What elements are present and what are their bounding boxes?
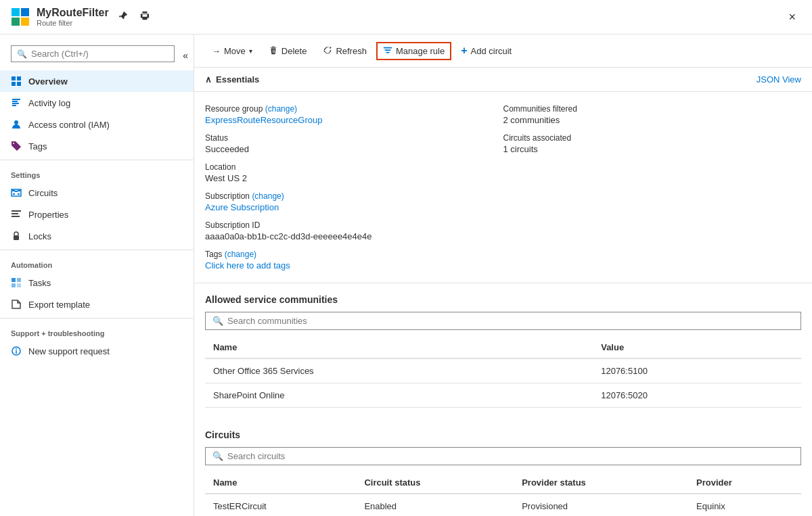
svg-rect-3: [21, 18, 29, 26]
search-circuits-box[interactable]: 🔍: [205, 447, 801, 465]
search-icon: 🔍: [17, 49, 27, 59]
location-value: West US 2: [205, 173, 490, 183]
export-template-icon: [11, 299, 22, 310]
sidebar-item-locks[interactable]: Locks: [0, 225, 194, 247]
essentials-subscription-id: Subscription ID aaaa0a0a-bb1b-cc2c-dd3d-…: [205, 216, 490, 245]
subscription-value[interactable]: Azure Subscription: [205, 202, 279, 212]
refresh-button[interactable]: Refresh: [316, 42, 374, 60]
svg-rect-18: [17, 278, 21, 282]
svg-rect-4: [12, 76, 16, 80]
sidebar-search-box[interactable]: 🔍: [11, 45, 175, 62]
resource-group-change-link[interactable]: (change): [265, 104, 297, 114]
essentials-right-col: Communities filtered 2 communities Circu…: [503, 100, 802, 275]
essentials-header: ∧ Essentials JSON View: [194, 68, 812, 92]
automation-section-label: Automation: [0, 253, 194, 272]
svg-rect-2: [12, 18, 20, 26]
content-area: → Move ▾ Delete Refresh Mana: [194, 34, 812, 516]
essentials-location: Location West US 2: [205, 158, 490, 187]
search-communities-input[interactable]: [227, 316, 794, 326]
svg-rect-13: [12, 210, 21, 212]
circuits-col-provider: Provider: [688, 472, 801, 494]
title-text: MyRouteFilter Route filter: [37, 7, 109, 27]
sidebar-item-circuits[interactable]: Circuits: [0, 182, 194, 204]
communities-filtered-value: 2 communities: [503, 115, 802, 125]
subscription-change-link[interactable]: (change): [252, 191, 284, 201]
sidebar-item-access-control[interactable]: Access control (IAM): [0, 114, 194, 135]
sidebar-item-label: Activity log: [28, 98, 70, 108]
close-button[interactable]: ×: [783, 7, 801, 27]
collapse-sidebar-button[interactable]: «: [183, 50, 188, 61]
delete-button[interactable]: Delete: [262, 42, 314, 60]
sidebar-item-tags[interactable]: Tags: [0, 135, 194, 157]
svg-rect-10: [12, 103, 19, 104]
communities-table: Name Value Other Office 365 Services 120…: [205, 337, 801, 408]
manage-rule-icon: [383, 45, 392, 57]
communities-section: Allowed service communities 🔍 Name Value…: [194, 283, 812, 419]
sidebar-item-new-support-request[interactable]: New support request: [0, 340, 194, 362]
sidebar-item-activity-log[interactable]: Activity log: [0, 92, 194, 114]
community-name-2: SharePoint Online: [205, 383, 593, 408]
circuits-col-provider-status: Provider status: [514, 472, 688, 494]
sidebar-divider-settings: [0, 160, 194, 160]
sidebar-item-label: Circuits: [28, 188, 58, 198]
essentials-tags: Tags (change) Click here to add tags: [205, 245, 490, 275]
subscription-id-value: aaaa0a0a-bb1b-cc2c-dd3d-eeeeee4e4e4e: [205, 231, 490, 241]
app-icon: [11, 7, 30, 26]
community-name-1: Other Office 365 Services: [205, 358, 593, 383]
svg-point-12: [14, 120, 18, 124]
add-circuit-button[interactable]: + Add circuit: [454, 41, 518, 60]
circuits-associated-value: 1 circuits: [503, 144, 802, 154]
resource-name: MyRouteFilter: [37, 7, 109, 19]
tags-value[interactable]: Click here to add tags: [205, 260, 290, 271]
sidebar-item-label: Overview: [28, 76, 68, 87]
sidebar-divider-support: [0, 318, 194, 319]
sidebar-item-properties[interactable]: Properties: [0, 204, 194, 225]
sidebar-item-export-template[interactable]: Export template: [0, 294, 194, 315]
sidebar: 🔍 « Overview Activity log: [0, 34, 194, 516]
move-button[interactable]: → Move ▾: [205, 43, 259, 60]
essentials-circuits-associated: Circuits associated 1 circuits: [503, 129, 802, 158]
tasks-icon: [11, 277, 22, 288]
tags-change-link[interactable]: (change): [225, 250, 256, 259]
community-value-2: 12076:5020: [593, 383, 801, 408]
search-input[interactable]: [31, 49, 168, 59]
table-row: Other Office 365 Services 12076:5100: [205, 358, 801, 383]
overview-icon: [11, 76, 22, 87]
table-row: SharePoint Online 12076:5020: [205, 383, 801, 408]
toolbar: → Move ▾ Delete Refresh Mana: [194, 34, 812, 68]
svg-rect-16: [14, 235, 19, 240]
access-control-icon: [11, 119, 22, 130]
circuits-icon: [11, 187, 22, 198]
support-section-label: Support + troubleshooting: [0, 321, 194, 340]
svg-rect-11: [12, 105, 16, 106]
sidebar-item-label: Tags: [28, 141, 47, 151]
sidebar-item-label: Export template: [28, 300, 90, 310]
svg-rect-20: [17, 283, 21, 287]
circuits-title: Circuits: [205, 429, 801, 440]
circuits-col-circuit-status: Circuit status: [356, 472, 514, 494]
pin-button[interactable]: [116, 8, 131, 26]
svg-rect-17: [12, 278, 16, 282]
sidebar-item-label: Access control (IAM): [28, 120, 110, 130]
manage-rule-button[interactable]: Manage rule: [376, 42, 451, 60]
essentials-subscription: Subscription (change) Azure Subscription: [205, 187, 490, 216]
essentials-title: ∧ Essentials: [205, 74, 259, 85]
circuit-provider-status-1: Provisioned: [514, 494, 688, 516]
svg-rect-19: [12, 283, 16, 287]
json-view-link[interactable]: JSON View: [757, 74, 801, 85]
essentials-left-col: Resource group (change) ExpressRouteReso…: [205, 100, 503, 275]
support-icon: [11, 346, 22, 356]
circuits-section: Circuits 🔍 Name Circuit status Provider …: [194, 419, 812, 516]
add-circuit-icon: +: [461, 45, 467, 57]
properties-icon: [11, 209, 22, 220]
essentials-collapse-icon[interactable]: ∧: [205, 74, 212, 85]
resource-group-value[interactable]: ExpressRouteResourceGroup: [205, 115, 322, 125]
locks-icon: [11, 231, 22, 241]
print-button[interactable]: [137, 8, 152, 26]
sidebar-item-overview[interactable]: Overview: [0, 70, 194, 92]
sidebar-item-tasks[interactable]: Tasks: [0, 272, 194, 294]
sidebar-divider-automation: [0, 250, 194, 250]
search-circuits-input[interactable]: [227, 451, 794, 461]
circuit-provider-1: Equinix: [688, 494, 801, 516]
search-communities-box[interactable]: 🔍: [205, 312, 801, 330]
